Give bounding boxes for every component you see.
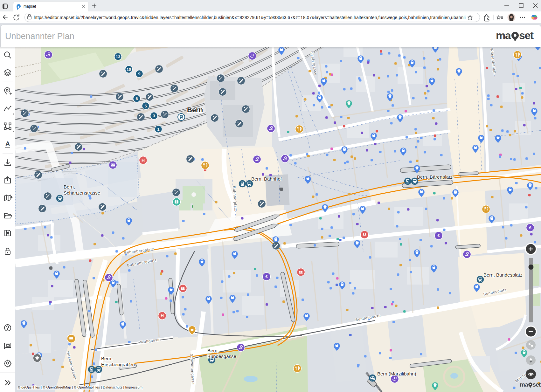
svg-text:Bern, Bahnhof: Bern, Bahnhof bbox=[251, 176, 282, 182]
svg-text:Bern: Bern bbox=[187, 106, 203, 114]
svg-text:3: 3 bbox=[153, 114, 155, 118]
svg-text:Bundesgasse: Bundesgasse bbox=[207, 354, 236, 359]
svg-text:6: 6 bbox=[136, 97, 138, 101]
svg-text:Bern,: Bern, bbox=[64, 184, 75, 189]
svg-text:€: € bbox=[529, 225, 531, 230]
svg-text:Bern (Marzilibahn): Bern (Marzilibahn) bbox=[377, 371, 416, 376]
svg-text:Bern, Bundesplatz: Bern, Bundesplatz bbox=[483, 272, 523, 278]
svg-text:H: H bbox=[142, 158, 145, 163]
svg-text:Bern, Bärenplatz: Bern, Bärenplatz bbox=[417, 174, 453, 180]
svg-text:© geOps Tiles | © OpenStreetMa: © geOps Tiles | © OpenStreetMap | © Open… bbox=[18, 385, 142, 389]
svg-text:10: 10 bbox=[127, 67, 131, 72]
svg-text:ma: ma bbox=[496, 29, 511, 41]
svg-text:1: 1 bbox=[157, 127, 160, 132]
svg-text:set: set bbox=[533, 381, 541, 388]
svg-text:€: € bbox=[437, 233, 440, 238]
svg-text:Schanzenstrasse: Schanzenstrasse bbox=[64, 190, 100, 196]
svg-text:set: set bbox=[519, 29, 534, 41]
svg-text:9: 9 bbox=[138, 72, 141, 76]
svg-text:Bern,: Bern, bbox=[207, 348, 219, 353]
svg-text:Hirschengraben: Hirschengraben bbox=[101, 362, 135, 367]
svg-text:ma: ma bbox=[520, 381, 528, 388]
svg-text:5: 5 bbox=[145, 104, 147, 108]
svg-text:H: H bbox=[161, 313, 164, 318]
svg-text:13: 13 bbox=[116, 55, 120, 59]
svg-text:Bern,: Bern, bbox=[101, 356, 113, 361]
svg-text:€: € bbox=[265, 274, 267, 279]
svg-text:A: A bbox=[5, 140, 10, 147]
